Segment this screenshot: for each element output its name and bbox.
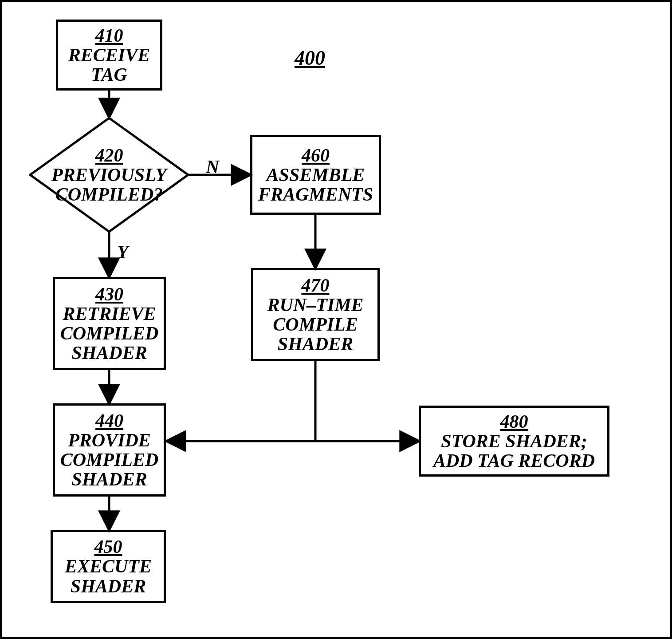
node-430: 430 RETRIEVECOMPILEDSHADER — [53, 277, 166, 370]
node-460-text: ASSEMBLEFRAGMENTS — [258, 165, 373, 204]
diagram-label: 400 — [295, 46, 325, 70]
node-470: 470 RUN–TIMECOMPILESHADER — [251, 268, 380, 361]
flowchart-canvas: 400 410 RECEIVETAG 420 PREVIOUSLYCOMPILE… — [0, 0, 672, 639]
node-430-text: RETRIEVECOMPILEDSHADER — [60, 304, 159, 363]
branch-yes-label: Y — [117, 241, 129, 263]
node-410: 410 RECEIVETAG — [56, 20, 162, 91]
node-420-content: 420 PREVIOUSLYCOMPILED? — [29, 117, 189, 233]
node-420-text: PREVIOUSLYCOMPILED? — [51, 165, 167, 204]
node-420-num: 420 — [95, 146, 123, 165]
branch-no-label: N — [206, 156, 219, 178]
node-420: 420 PREVIOUSLYCOMPILED? — [29, 117, 189, 233]
node-440-text: PROVIDECOMPILEDSHADER — [60, 430, 159, 489]
node-470-num: 470 — [302, 276, 330, 295]
node-480: 480 STORE SHADER;ADD TAG RECORD — [419, 406, 609, 477]
node-450-text: EXECUTESHADER — [65, 556, 152, 596]
node-450: 450 EXECUTESHADER — [51, 530, 166, 603]
node-430-num: 430 — [95, 284, 123, 304]
node-470-text: RUN–TIMECOMPILESHADER — [267, 295, 363, 354]
node-410-num: 410 — [95, 26, 123, 45]
node-460: 460 ASSEMBLEFRAGMENTS — [250, 135, 381, 215]
node-440-num: 440 — [95, 411, 123, 430]
node-480-text: STORE SHADER;ADD TAG RECORD — [433, 431, 595, 470]
node-440: 440 PROVIDECOMPILEDSHADER — [53, 403, 166, 497]
node-450-num: 450 — [94, 537, 122, 556]
node-460-num: 460 — [302, 146, 330, 165]
node-480-num: 480 — [500, 412, 528, 431]
node-410-text: RECEIVETAG — [68, 45, 150, 84]
